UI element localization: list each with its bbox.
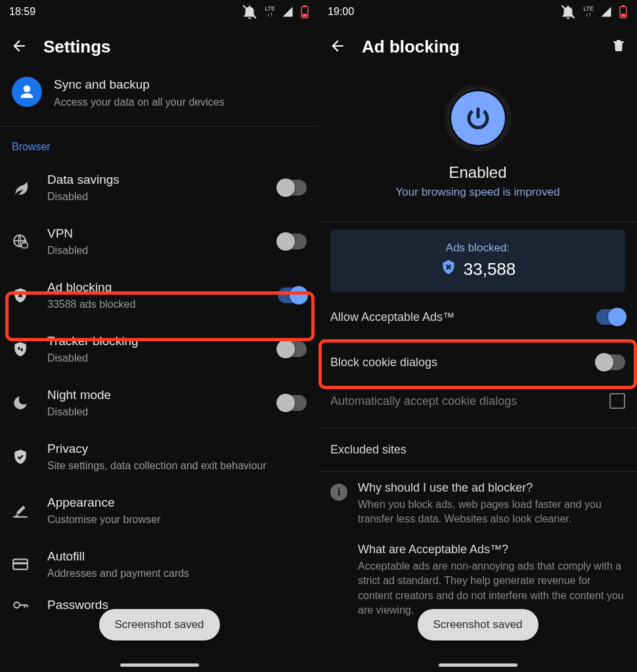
auto-accept-cookie-row: Automatically accept cookie dialogs [318,385,637,428]
appearance-row[interactable]: Appearance Customise your browser [0,484,318,537]
back-icon[interactable] [329,37,346,57]
divider [0,126,318,127]
leaf-icon [12,179,41,196]
autofill-title: Autofill [47,549,307,565]
settings-header: Settings [0,24,318,72]
block-cookie-row[interactable]: Block cookie dialogs [318,340,637,385]
privacy-sub: Site settings, data collection and exit … [47,459,307,473]
autofill-sub: Addresses and payment cards [47,567,307,581]
privacy-title: Privacy [47,441,307,457]
ad-blocking-row[interactable]: Ad blocking 33588 ads blocked [0,268,318,322]
tracker-toggle[interactable] [278,341,307,357]
auto-accept-title: Automatically accept cookie dialogs [330,394,517,408]
night-toggle[interactable] [278,395,307,411]
info1-question: Why should I use the ad blocker? [358,481,625,495]
shield-x-icon [12,287,41,304]
block-cookie-toggle[interactable] [596,354,625,370]
trash-icon[interactable] [611,38,626,56]
info1-answer: When you block ads, web pages load faste… [358,497,625,527]
tracker-title: Tracker blocking [47,333,278,350]
ad-blocking-toggle[interactable] [278,287,307,303]
status-bar-left: 18:59 LTE↓↑ [0,0,318,24]
paint-icon [12,502,41,519]
dnd-off-icon [241,3,258,20]
page-title: Ad blocking [362,37,595,57]
ads-blocked-label: Ads blocked: [330,242,625,255]
block-cookie-title: Block cookie dialogs [330,356,437,369]
shield-check-icon [12,448,41,465]
data-savings-row[interactable]: Data savings Disabled [0,161,318,215]
svg-point-4 [24,85,31,93]
svg-point-7 [18,347,20,350]
svg-rect-11 [13,562,28,564]
page-title: Settings [43,37,308,57]
vpn-sub: Disabled [47,244,278,258]
allow-ads-title: Allow Acceptable Ads™ [330,310,454,324]
tracker-sub: Disabled [47,352,278,366]
svg-rect-9 [13,516,28,518]
settings-content: Sync and backup Access your data on all … [0,72,318,672]
battery-icon [300,5,309,18]
enabled-subtitle: Your browsing speed is improved [318,186,637,199]
shield-hex-icon [440,259,457,280]
svg-point-8 [21,348,23,352]
allow-acceptable-ads-row[interactable]: Allow Acceptable Ads™ [318,295,637,339]
vpn-row[interactable]: VPN Disabled [0,215,318,268]
info-why-use: i Why should I use the ad blocker? When … [318,472,637,534]
appearance-title: Appearance [47,495,307,511]
vpn-toggle[interactable] [278,234,307,249]
data-savings-sub: Disabled [47,190,278,204]
adblocking-content: Enabled Your browsing speed is improved … [318,72,637,672]
sync-backup-row[interactable]: Sync and backup Access your data on all … [0,72,318,126]
svg-rect-2 [303,5,306,7]
excluded-sites-row[interactable]: Excluded sites [318,429,637,471]
appearance-sub: Customise your browser [47,513,307,527]
svg-rect-15 [622,5,625,7]
adblocking-header: Ad blocking [318,24,637,72]
status-bar-right: 19:00 LTE↓↑ [318,0,637,24]
card-icon [12,556,41,573]
signal-icon [282,6,294,18]
ad-blocking-title: Ad blocking [47,280,278,296]
privacy-row[interactable]: Privacy Site settings, data collection a… [0,430,318,484]
screenshot-toast-right: Screenshot saved [417,609,538,640]
home-indicator[interactable] [439,663,517,667]
tracker-row[interactable]: Tracker blocking Disabled [0,322,318,376]
clock: 19:00 [328,6,354,18]
key-icon [12,597,41,614]
night-mode-row[interactable]: Night mode Disabled [0,376,318,430]
screenshot-toast-left: Screenshot saved [99,609,219,640]
auto-accept-checkbox [609,393,625,409]
ads-blocked-card: Ads blocked: 33,588 [330,230,625,292]
svg-rect-16 [621,14,626,17]
vpn-title: VPN [47,226,278,242]
browser-section-label: Browser [0,135,318,161]
svg-rect-6 [22,243,28,249]
autofill-row[interactable]: Autofill Addresses and payment cards [0,537,318,591]
settings-screen: 18:59 LTE↓↑ Settings Sync and backup Acc… [0,0,318,672]
globe-lock-icon [12,233,41,250]
sync-sub: Access your data on all your devices [54,96,225,110]
footsteps-icon [12,341,41,358]
lte-indicator: LTE↓↑ [265,6,275,18]
battery-icon [619,5,628,18]
data-savings-toggle[interactable] [278,180,307,196]
sync-title: Sync and backup [54,77,225,93]
info2-question: What are Acceptable Ads™? [358,543,625,556]
ad-blocking-sub: 33588 ads blocked [47,298,278,312]
dnd-off-icon [560,3,577,20]
lte-indicator: LTE↓↑ [583,6,594,18]
clock: 18:59 [9,6,35,18]
night-title: Night mode [47,387,278,404]
allow-ads-toggle[interactable] [596,309,625,325]
back-icon[interactable] [11,37,28,57]
power-button[interactable] [445,85,512,152]
night-sub: Disabled [47,406,278,419]
data-savings-title: Data savings [47,172,278,188]
avatar-icon [12,77,42,107]
signal-icon [600,6,612,18]
adblocking-screen: 19:00 LTE↓↑ Ad blocking Enabled Your bro… [318,0,637,672]
svg-rect-3 [303,14,307,17]
enabled-title: Enabled [318,163,637,182]
home-indicator[interactable] [120,663,199,667]
